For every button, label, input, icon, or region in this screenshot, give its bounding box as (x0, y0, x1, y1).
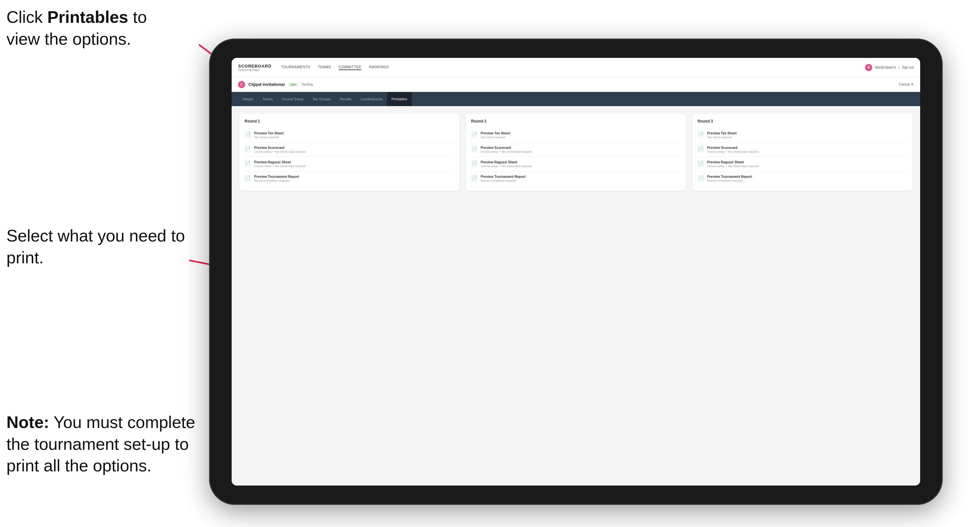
print-item-r1-rp-sub: Round Completion required (254, 179, 299, 182)
round-1-column: Round 1 📄 Preview Tee Sheet Tee Sheet re… (239, 114, 460, 190)
document-icon-r1-rg: 📄 (245, 160, 251, 168)
user-avatar: B (865, 64, 872, 71)
main-content: Round 1 📄 Preview Tee Sheet Tee Sheet re… (232, 106, 920, 486)
print-item-r3-teesheet[interactable]: 📄 Preview Tee Sheet Tee Sheet required (697, 128, 907, 143)
document-icon-r3-sc: 📄 (697, 146, 704, 153)
print-item-r2-raguzzi[interactable]: 📄 Preview Raguzzi Sheet Course setup + T… (471, 157, 681, 171)
print-item-r3-rp-text: Preview Tournament Report Round Completi… (707, 175, 752, 182)
top-nav-links: TOURNAMENTS TEAMS COMMITTEE RANKINGS (281, 65, 865, 70)
pipe-separator: | (899, 66, 900, 69)
annotation-middle: Select what you need to print. (6, 225, 193, 268)
document-icon-r2-sc: 📄 (471, 146, 477, 153)
print-item-r3-report[interactable]: 📄 Preview Tournament Report Round Comple… (697, 171, 907, 186)
rounds-grid: Round 1 📄 Preview Tee Sheet Tee Sheet re… (239, 114, 912, 190)
cancel-button[interactable]: Cancel ✕ (899, 82, 914, 86)
print-item-r3-sc-title: Preview Scorecard (707, 146, 759, 149)
print-item-r2-sc-text: Preview Scorecard Course setup + Tee She… (480, 146, 532, 153)
round-2-column: Round 2 📄 Preview Tee Sheet Tee Sheet re… (466, 114, 686, 190)
document-icon-r3-ts: 📄 (697, 132, 704, 138)
nav-link-rankings[interactable]: RANKINGS (369, 65, 389, 70)
document-icon-r2-rg: 📄 (471, 160, 477, 168)
tab-printables[interactable]: Printables (387, 92, 412, 106)
document-icon-r2-ts: 📄 (471, 132, 477, 138)
print-item-r2-rg-sub: Course setup + Tee Sheet data required (480, 165, 532, 168)
user-email: blair@clippd.io (875, 66, 896, 69)
print-item-r3-sc-sub: Course setup + Tee Sheet data required (707, 150, 759, 153)
nav-link-teams[interactable]: TEAMS (318, 65, 331, 70)
tournament-division: Men (288, 82, 299, 87)
tournament-header: C Clippd Invitational Men Hosting Cancel… (232, 77, 920, 92)
print-item-r1-rp-title: Preview Tournament Report (254, 175, 299, 178)
tab-course-setup[interactable]: Course Setup (277, 92, 308, 106)
annotation-top: Click Printables toview the options. (6, 6, 147, 50)
tab-details[interactable]: Details (238, 92, 258, 106)
nav-link-committee[interactable]: COMMITTEE (339, 65, 362, 70)
document-icon-r1-rp: 📄 (245, 175, 251, 182)
logo-title: SCOREBOARD (238, 63, 272, 68)
tablet-shell: SCOREBOARD Powered by clippd TOURNAMENTS… (209, 38, 943, 505)
print-item-r3-ts-text: Preview Tee Sheet Tee Sheet required (707, 131, 737, 139)
print-item-r3-rg-title: Preview Raguzzi Sheet (707, 160, 759, 164)
print-item-r3-scorecard[interactable]: 📄 Preview Scorecard Course setup + Tee S… (697, 143, 907, 157)
print-item-r2-teesheet[interactable]: 📄 Preview Tee Sheet Tee Sheet required (471, 128, 681, 143)
print-item-r2-ts-text: Preview Tee Sheet Tee Sheet required (480, 131, 510, 139)
print-item-r1-ts-title: Preview Tee Sheet (254, 131, 283, 135)
print-item-r2-rp-title: Preview Tournament Report (480, 175, 525, 178)
print-item-r1-sc-sub: Course setup + Tee Sheet data required (254, 150, 305, 153)
print-item-r2-rg-text: Preview Raguzzi Sheet Course setup + Tee… (480, 160, 532, 168)
sub-nav: Details Teams Course Setup Tee Groups Re… (232, 92, 920, 106)
print-item-r1-rg-title: Preview Raguzzi Sheet (254, 160, 305, 164)
print-item-r2-sc-sub: Course setup + Tee Sheet data required (480, 150, 532, 153)
tournament-name: Clippd Invitational (248, 82, 285, 87)
print-item-r1-ts-sub: Tee Sheet required (254, 136, 283, 139)
print-item-r1-report[interactable]: 📄 Preview Tournament Report Round Comple… (245, 171, 454, 186)
print-item-r3-rg-text: Preview Raguzzi Sheet Course setup + Tee… (707, 160, 759, 168)
print-item-r2-ts-sub: Tee Sheet required (480, 136, 510, 139)
document-icon-r3-rp: 📄 (697, 175, 704, 182)
nav-link-tournaments[interactable]: TOURNAMENTS (281, 65, 310, 70)
print-item-r2-scorecard[interactable]: 📄 Preview Scorecard Course setup + Tee S… (471, 143, 681, 157)
print-item-r1-ts-text: Preview Tee Sheet Tee Sheet required (254, 131, 283, 139)
print-item-r2-sc-title: Preview Scorecard (480, 146, 532, 149)
tournament-status: Hosting (302, 83, 313, 86)
tab-leaderboards[interactable]: Leaderboards (356, 92, 387, 106)
print-item-r3-ts-sub: Tee Sheet required (707, 136, 737, 139)
print-item-r3-rp-title: Preview Tournament Report (707, 175, 752, 178)
document-icon-r3-rg: 📄 (697, 160, 704, 168)
print-item-r3-rp-sub: Round Completion required (707, 179, 752, 182)
annotation-bottom: Note: You must complete the tournament s… (6, 411, 206, 477)
print-item-r2-report[interactable]: 📄 Preview Tournament Report Round Comple… (471, 171, 681, 186)
round-3-column: Round 3 📄 Preview Tee Sheet Tee Sheet re… (692, 114, 912, 190)
print-item-r1-sc-text: Preview Scorecard Course setup + Tee She… (254, 146, 305, 153)
print-item-r2-ts-title: Preview Tee Sheet (480, 131, 510, 135)
logo-sub: Powered by clippd (238, 68, 272, 71)
print-item-r1-teesheet[interactable]: 📄 Preview Tee Sheet Tee Sheet required (245, 128, 454, 143)
print-item-r2-rp-text: Preview Tournament Report Round Completi… (480, 175, 525, 182)
round-3-title: Round 3 (697, 119, 907, 124)
print-item-r3-rg-sub: Course setup + Tee Sheet data required (707, 165, 759, 168)
sign-out-link[interactable]: Sign out (902, 66, 914, 69)
tab-tee-groups[interactable]: Tee Groups (308, 92, 335, 106)
document-icon-r2-rp: 📄 (471, 175, 477, 182)
print-item-r2-rp-sub: Round Completion required (480, 179, 525, 182)
round-2-title: Round 2 (471, 119, 681, 124)
tab-results[interactable]: Results (335, 92, 356, 106)
print-item-r1-rg-text: Preview Raguzzi Sheet Course setup + Tee… (254, 160, 305, 168)
round-1-title: Round 1 (245, 119, 454, 124)
print-item-r1-rp-text: Preview Tournament Report Round Completi… (254, 175, 299, 182)
top-nav-right: B blair@clippd.io | Sign out (865, 64, 914, 71)
print-item-r1-sc-title: Preview Scorecard (254, 146, 305, 149)
print-item-r1-rg-sub: Course setup + Tee Sheet data required (254, 165, 305, 168)
print-item-r1-raguzzi[interactable]: 📄 Preview Raguzzi Sheet Course setup + T… (245, 157, 454, 171)
print-item-r3-sc-text: Preview Scorecard Course setup + Tee She… (707, 146, 759, 153)
tab-teams[interactable]: Teams (258, 92, 277, 106)
print-item-r1-scorecard[interactable]: 📄 Preview Scorecard Course setup + Tee S… (245, 143, 454, 157)
tournament-logo: C (238, 81, 245, 88)
logo-area: SCOREBOARD Powered by clippd (238, 63, 272, 71)
annotation-bold-printables: Printables (47, 8, 128, 26)
top-nav: SCOREBOARD Powered by clippd TOURNAMENTS… (232, 58, 920, 77)
print-item-r3-ts-title: Preview Tee Sheet (707, 131, 737, 135)
print-item-r3-raguzzi[interactable]: 📄 Preview Raguzzi Sheet Course setup + T… (697, 157, 907, 171)
print-item-r2-rg-title: Preview Raguzzi Sheet (480, 160, 532, 164)
tablet-screen: SCOREBOARD Powered by clippd TOURNAMENTS… (232, 58, 920, 486)
